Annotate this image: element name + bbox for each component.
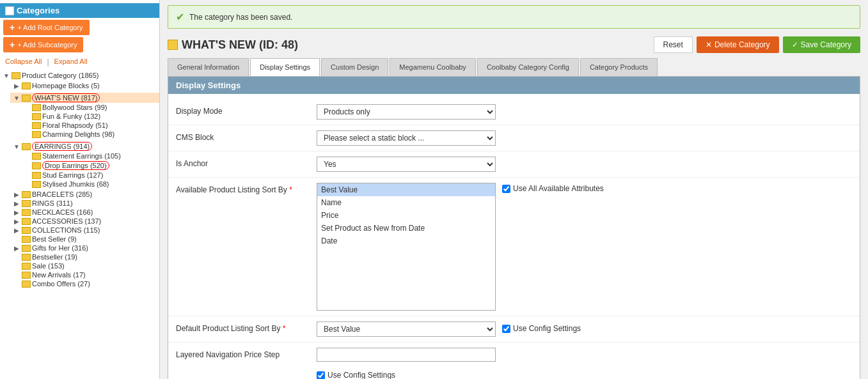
listbox-item-price[interactable]: Price [317, 209, 495, 222]
tree-row-new-arrivals[interactable]: New Arrivals (17) [10, 270, 159, 279]
value-layered-nav: Use Config Settings [317, 348, 852, 379]
req-star2: * [283, 324, 286, 333]
row-layered-nav: Layered Navigation Price Step Use Config… [168, 344, 860, 379]
tree-row-homepage-blocks[interactable]: ▶ Homepage Blocks (5) [10, 81, 159, 90]
tree-row-charming[interactable]: Charming Delights (98) [20, 130, 159, 139]
row-cms-block: CMS Block Please select a static block .… [168, 127, 860, 150]
checkbox-use-config-sort-label: Use Config Settings [513, 324, 581, 333]
folder-floral [32, 122, 41, 129]
tree-row-stud[interactable]: Stud Earrings (127) [20, 171, 159, 180]
label-whats-new: WHAT'S NEW (817) [32, 93, 100, 102]
tree-row-sale[interactable]: Sale (153) [10, 261, 159, 270]
toggle-homepage: ▶ [13, 82, 20, 89]
tree-row-jhumkis[interactable]: Stylised Jhumkis (68) [20, 180, 159, 189]
select-display-mode[interactable]: Products only Static block only Static b… [317, 104, 496, 120]
checkbox-use-all-attributes: Use All Available Attributes [502, 184, 604, 193]
folder-icon-product-category [12, 72, 20, 79]
label-cms-block: CMS Block [176, 130, 317, 142]
toggle-bracelets: ▶ [13, 190, 20, 198]
success-text: The category has been saved. [189, 13, 292, 22]
folder-necklaces [22, 209, 31, 216]
label-collections: COLLECTIONS (115) [32, 226, 100, 234]
tree-row-collections[interactable]: ▶ COLLECTIONS (115) [10, 226, 159, 235]
tree-row-whats-new[interactable]: ▼ WHAT'S NEW (817) [10, 93, 159, 103]
tree-row-drop[interactable]: Drop Earrings (520) [20, 160, 159, 171]
tree-row-necklaces[interactable]: ▶ NECKLACES (166) [10, 208, 159, 217]
add-subcategory-button[interactable]: + + Add Subcategory [3, 37, 83, 52]
tree-row-earrings[interactable]: ▼ EARRINGS (914) [10, 141, 159, 151]
select-is-anchor[interactable]: Yes No [317, 157, 496, 172]
select-default-sort[interactable]: Best Value Name Price [317, 321, 496, 337]
listbox-item-best-value[interactable]: Best Value [317, 183, 495, 196]
expand-all-link[interactable]: Expand All [54, 58, 88, 66]
tree-row-best-seller[interactable]: Best Seller (9) [10, 235, 159, 244]
input-layered-nav[interactable] [317, 348, 496, 362]
tree-row-rings[interactable]: ▶ RINGS (311) [10, 199, 159, 208]
checkbox-use-config-nav-input[interactable] [317, 371, 325, 380]
tree-row-fun-funky[interactable]: Fun & Funky (132) [20, 112, 159, 121]
delete-category-button[interactable]: ✕ Delete Category [697, 36, 779, 53]
folder-bestseller [22, 254, 31, 261]
value-default-sort: Best Value Name Price Use Config Setting… [317, 321, 852, 337]
folder-combo [22, 281, 31, 288]
divider1 [168, 125, 860, 125]
plus-icon2: + [10, 40, 15, 50]
folder-gifts [22, 245, 31, 252]
select-cms-block[interactable]: Please select a static block ... [317, 130, 496, 146]
checkbox-use-config-sort-input[interactable] [502, 325, 510, 333]
save-label: Save Category [801, 40, 851, 49]
add-sub-label: + Add Subcategory [17, 41, 77, 49]
folder-fun [32, 113, 41, 120]
tree-item-earrings: ▼ EARRINGS (914) Statement Earrings (105… [10, 140, 159, 190]
listbox-item-name[interactable]: Name [317, 196, 495, 209]
tab-coolbaby-category-config[interactable]: Coolbaby Category Config [477, 58, 579, 76]
tree-row-bollywood[interactable]: Bollywood Stars (99) [20, 103, 159, 112]
listbox-container: Best Value Name Price Set Product as New… [317, 183, 496, 311]
divider2 [168, 151, 860, 151]
tree-row-gifts[interactable]: ▶ Gifts for Her (316) [10, 244, 159, 252]
add-root-category-button[interactable]: + + Add Root Category [3, 20, 90, 35]
tree-row-combo[interactable]: Combo Offers (27) [10, 279, 159, 288]
toggle-rings: ▶ [13, 199, 20, 207]
tree-row-bracelets[interactable]: ▶ BRACELETS (285) [10, 190, 159, 199]
folder-earrings [22, 143, 31, 150]
tab-category-products[interactable]: Category Products [580, 58, 658, 76]
label-stud: Stud Earrings (127) [42, 171, 103, 179]
toggle-floral [23, 121, 31, 129]
folder-new-arrivals [22, 272, 31, 279]
tab-megamenu-coolbaby[interactable]: Megamenu Coolbaby [390, 58, 476, 76]
toggle-necklaces: ▶ [13, 208, 20, 216]
collapse-all-link[interactable]: Collapse All [5, 58, 42, 66]
tree-row-bestseller[interactable]: Bestseller (19) [10, 252, 159, 261]
tree-toggle-product-category: ▼ [3, 72, 10, 79]
divider5 [168, 342, 860, 343]
save-icon: ✓ [792, 40, 798, 49]
label-jhumkis: Stylised Jhumkis (68) [42, 180, 109, 188]
content-area: Display Settings Display Mode Products o… [168, 76, 860, 379]
value-display-mode: Products only Static block only Static b… [317, 104, 852, 120]
checkbox-use-all-attributes-input[interactable] [502, 185, 510, 193]
label-gifts: Gifts for Her (316) [32, 244, 88, 252]
reset-button[interactable]: Reset [654, 36, 693, 53]
save-category-button[interactable]: ✓ Save Category [783, 36, 860, 53]
tab-general-information[interactable]: General Information [168, 58, 249, 76]
label-bollywood: Bollywood Stars (99) [42, 104, 107, 111]
page-title: WHAT'S NEW (ID: 48) [182, 38, 298, 52]
tree-row-statement[interactable]: Statement Earrings (105) [20, 151, 159, 160]
children-earrings: Statement Earrings (105) Drop Earrings (… [10, 151, 159, 189]
toggle-best-seller [13, 235, 20, 243]
listbox-available-sort[interactable]: Best Value Name Price Set Product as New… [317, 183, 496, 311]
toggle-combo [13, 280, 20, 288]
collapse-expand-links: Collapse All | Expand All [0, 54, 159, 70]
tab-custom-design[interactable]: Custom Design [321, 58, 388, 76]
categories-icon [5, 6, 14, 15]
tree-item-product-category[interactable]: ▼ Product Category (1865) [0, 71, 159, 80]
tree-row-accessories[interactable]: ▶ ACCESSORIES (137) [10, 217, 159, 226]
listbox-item-date[interactable]: Date [317, 235, 495, 247]
toggle-bollywood [23, 104, 31, 111]
label-statement: Statement Earrings (105) [42, 152, 121, 160]
folder-bollywood [32, 104, 41, 111]
tree-row-floral[interactable]: Floral Rhapsody (51) [20, 121, 159, 130]
tab-display-settings[interactable]: Display Settings [250, 58, 320, 76]
listbox-item-new-from-date[interactable]: Set Product as New from Date [317, 222, 495, 235]
